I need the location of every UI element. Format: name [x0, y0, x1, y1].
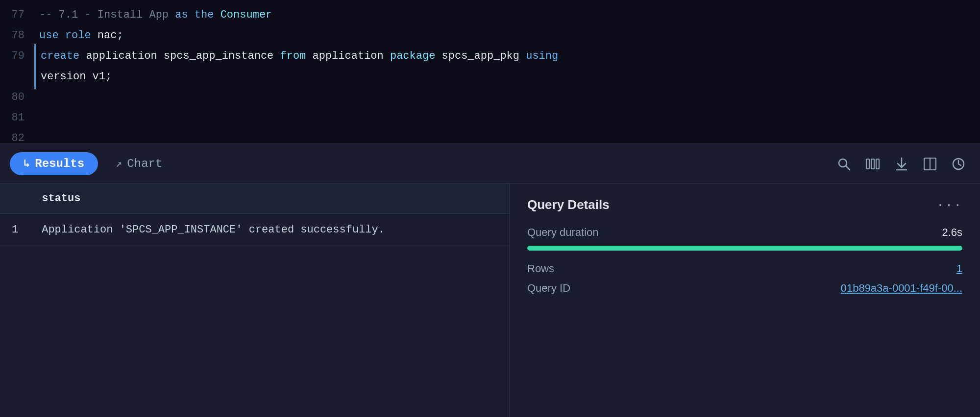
code-lines: 77 -- 7.1 - Install App as the Consumer … [0, 0, 980, 144]
results-table: status 1 Application 'SPCS_APP_INSTANCE'… [0, 184, 509, 246]
query-details-header: Query Details ··· [527, 197, 962, 212]
duration-label: Query duration [527, 226, 599, 239]
cell-status-1: Application 'SPCS_APP_INSTANCE' created … [30, 214, 509, 246]
tab-bar: ↳ Results ↗ Chart [0, 144, 980, 184]
svg-rect-4 [876, 159, 879, 169]
line-number-77: 77 [0, 5, 34, 25]
query-details-panel: Query Details ··· Query duration 2.6s Ro… [510, 184, 980, 417]
code-line-82: 82 [0, 128, 980, 144]
code-line-79-cont: version v1; [0, 67, 980, 87]
query-details-more-button[interactable]: ··· [936, 198, 962, 212]
duration-progress-bar [527, 246, 962, 251]
line-number-82: 82 [0, 128, 34, 144]
line-content-77: -- 7.1 - Install App as the Consumer [34, 5, 980, 25]
column-header-status: status [30, 184, 509, 214]
code-editor: 77 -- 7.1 - Install App as the Consumer … [0, 0, 980, 144]
chart-tab-label: Chart [127, 157, 162, 170]
code-line-78: 78 use role nac; [0, 25, 980, 46]
query-details-title: Query Details [527, 197, 610, 212]
code-line-77: 77 -- 7.1 - Install App as the Consumer [0, 5, 980, 25]
chart-trend-icon: ↗ [116, 157, 122, 170]
code-line-80: 80 [0, 87, 980, 108]
code-line-79: 79 create application spcs_app_instance … [0, 46, 980, 67]
line-content-79: create application spcs_app_instance fro… [34, 46, 980, 67]
results-tab-label: Results [35, 157, 84, 170]
rows-row: Rows 1 [527, 262, 962, 275]
line-content-79-cont: version v1; [34, 67, 980, 87]
duration-row: Query duration 2.6s [527, 226, 962, 239]
split-view-icon[interactable] [923, 157, 937, 171]
row-number-header [0, 184, 30, 214]
duration-progress-fill [527, 246, 962, 251]
svg-rect-2 [866, 159, 869, 169]
tab-results[interactable]: ↳ Results [10, 152, 98, 175]
search-icon[interactable] [837, 157, 851, 171]
line-number-79: 79 [0, 46, 34, 67]
rows-value[interactable]: 1 [956, 262, 962, 275]
history-icon[interactable] [952, 157, 965, 171]
line-number-78: 78 [0, 25, 34, 46]
columns-icon[interactable] [865, 157, 880, 171]
table-header-row: status [0, 184, 509, 214]
svg-line-1 [846, 166, 850, 170]
download-icon[interactable] [895, 157, 908, 171]
line-content-78: use role nac; [34, 25, 980, 46]
svg-rect-3 [871, 159, 874, 169]
results-arrow-icon: ↳ [24, 157, 30, 170]
code-line-81: 81 [0, 108, 980, 128]
query-id-value[interactable]: 01b89a3a-0001-f49f-00... [841, 282, 962, 295]
results-area: status 1 Application 'SPCS_APP_INSTANCE'… [0, 184, 980, 417]
query-id-row: Query ID 01b89a3a-0001-f49f-00... [527, 282, 962, 295]
row-number-1: 1 [0, 214, 30, 246]
rows-label: Rows [527, 262, 554, 275]
line-number-80: 80 [0, 87, 34, 108]
table-row: 1 Application 'SPCS_APP_INSTANCE' create… [0, 214, 509, 246]
tab-chart[interactable]: ↗ Chart [108, 152, 170, 175]
duration-value: 2.6s [942, 226, 962, 239]
toolbar-icons [837, 157, 970, 171]
query-id-label: Query ID [527, 282, 570, 295]
line-number-81: 81 [0, 108, 34, 128]
results-table-wrapper: status 1 Application 'SPCS_APP_INSTANCE'… [0, 184, 510, 417]
